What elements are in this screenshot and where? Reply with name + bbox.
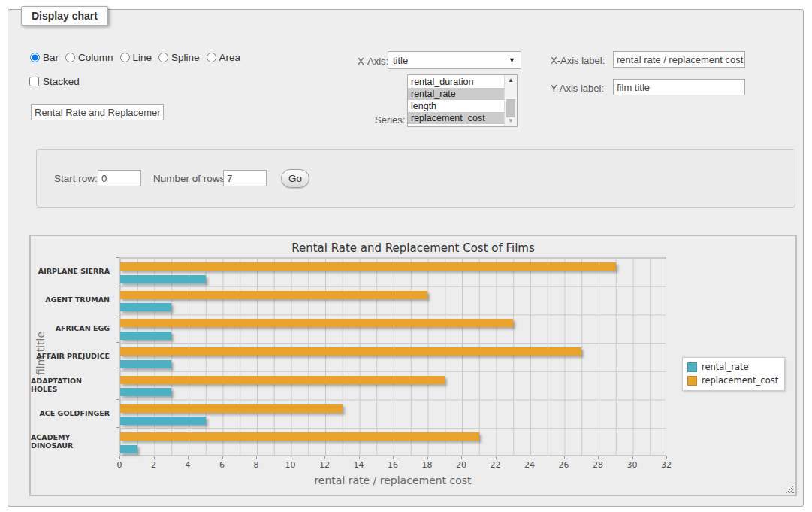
replacement_cost-bar [120,291,427,299]
rental_rate-bar [120,388,171,396]
legend-item-replacement-cost: replacement_cost [687,375,778,386]
radio-spline[interactable] [158,53,168,62]
y-tick-mark [116,371,119,371]
replacement_cost-bar [120,376,445,384]
scroll-up-icon[interactable]: ▲ [506,75,516,86]
x-tick-label: 22 [484,460,507,470]
scrollbar-thumb[interactable] [506,99,515,117]
rows-panel: Start row: 0 Number of rows: 7 Go [36,149,795,208]
x-tick-mark [291,456,291,459]
category-label: AIRPLANE SIERRA [31,257,115,286]
y-tick-mark [116,314,119,314]
chart-title: Rental Rate and Replacement Cost of Film… [31,241,795,255]
radio-line[interactable] [120,53,130,62]
x-axis-select-label: X-Axis: [358,56,388,67]
replacement_cost-bar [120,404,343,413]
x-tick-label: 28 [587,460,609,470]
legend-label: rental_rate [702,362,749,372]
y-axis-label-input[interactable]: film title [613,79,745,95]
category-label: ACADEMY DINOSAUR [31,427,115,456]
stacked-row: Stacked [29,76,80,87]
category-label: AGENT TRUMAN [31,286,115,314]
x-tick-label: 4 [177,460,199,470]
x-tick-label: 0 [108,460,131,470]
x-tick-mark [564,456,565,459]
x-axis-label-label: X-Axis label: [551,55,605,66]
start-row-label: Start row: [54,173,98,184]
resize-handle-icon[interactable] [786,485,794,493]
chart-type-radio-column[interactable]: Column [65,52,113,63]
go-button[interactable]: Go [281,169,309,188]
category-axis-labels: AIRPLANE SIERRAAGENT TRUMANAFRICAN EGGAF… [31,257,115,456]
scroll-down-icon[interactable]: ▼ [506,116,516,126]
x-tick-mark [324,456,325,459]
x-tick-label: 12 [313,460,336,470]
series-select-label: Series: [375,114,405,126]
chart-title-input[interactable]: Rental Rate and Replacemer [31,104,164,120]
x-tick-mark [496,456,497,459]
x-tick-mark [632,456,633,459]
x-tick-mark [188,456,189,459]
chart-type-radio-line[interactable]: Line [120,52,152,63]
replacement_cost-bar [120,262,616,271]
x-axis-label-input[interactable]: rental rate / replacement cost [613,51,745,68]
chart-x-axis-label: rental rate / replacement cost [119,474,666,486]
x-tick-mark [222,456,223,459]
num-rows-input[interactable]: 7 [223,170,267,186]
x-tick-label: 6 [211,460,234,470]
chevron-down-icon: ▼ [509,56,515,64]
x-tick-label: 18 [416,460,439,470]
panel-title: Display chart [21,6,108,26]
radio-bar[interactable] [30,53,40,62]
display-chart-panel: Display chart BarColumnLineSplineArea St… [8,9,804,507]
series-option-rental_duration[interactable]: rental_duration [408,76,504,88]
series-option-replacement_cost[interactable]: replacement_cost [408,112,504,124]
stacked-label[interactable]: Stacked [43,76,80,87]
x-tick-label: 24 [518,460,541,470]
x-tick-label: 30 [621,460,644,470]
rental_rate-bar [120,445,137,453]
x-tick-mark [154,456,155,459]
rental_rate-bar [120,417,206,425]
chart-type-radio-area[interactable]: Area [207,52,241,63]
legend-label: replacement_cost [702,375,778,386]
x-tick-label: 16 [382,460,404,470]
chart-type-radio-bar[interactable]: Bar [30,52,59,63]
series-option-rental_rate[interactable]: rental_rate [408,88,504,100]
category-label: ADAPTATION HOLES [31,371,115,399]
x-tick-label: 32 [655,460,678,470]
replacement-cost-swatch-icon [687,376,697,386]
rental_rate-bar [120,360,171,368]
replacement_cost-bar [120,347,581,356]
chart-type-radio-spline[interactable]: Spline [158,52,200,63]
x-tick-label: 14 [348,460,370,470]
x-tick-mark [530,456,530,459]
radio-area[interactable] [207,53,216,62]
start-row-input[interactable]: 0 [98,170,141,186]
category-label: ACE GOLDFINGER [31,399,115,428]
y-tick-mark [116,427,119,428]
x-axis-select[interactable]: title ▼ [388,51,521,69]
plot-area [119,257,666,456]
series-listbox[interactable]: rental_durationrental_ratelengthreplacem… [407,74,518,127]
x-tick-mark [256,456,257,459]
rental_rate-bar [120,275,206,283]
category-label: AFRICAN EGG [31,314,115,342]
replacement_cost-bar [120,319,513,327]
rental_rate-bar [120,303,171,311]
replacement_cost-bar [120,432,479,441]
rental_rate-bar [120,332,171,340]
x-tick-mark [427,456,428,459]
x-tick-mark [393,456,394,459]
category-label: AFFAIR PREJUDICE [31,342,115,371]
y-tick-mark [116,286,119,286]
stacked-checkbox[interactable] [29,77,39,86]
chart-container: Rental Rate and Replacement Cost of Film… [29,235,797,496]
y-tick-mark [116,257,119,258]
x-tick-mark [666,456,667,459]
series-option-length[interactable]: length [408,100,504,112]
radio-column[interactable] [65,53,75,62]
listbox-scrollbar[interactable]: ▲ ▼ [504,75,517,126]
y-tick-mark [116,456,119,456]
x-tick-label: 10 [279,460,302,470]
